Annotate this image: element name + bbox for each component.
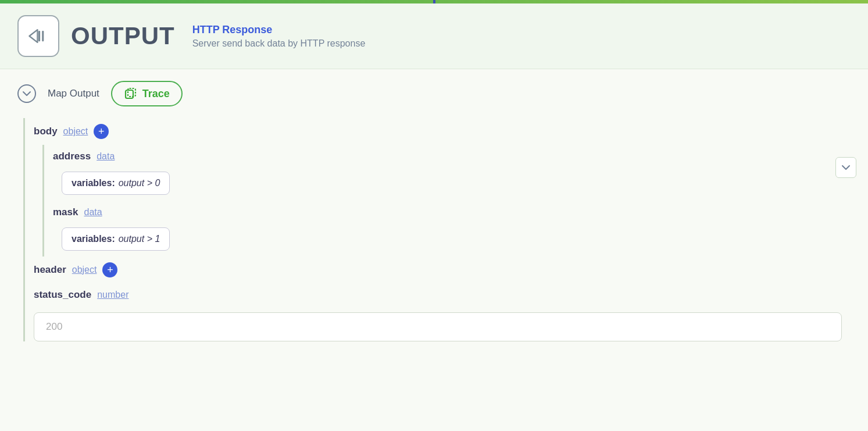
body-nested: address data variables: output > 0 mask …	[42, 145, 851, 257]
output-title: OUTPUT	[71, 22, 175, 50]
status-code-field-type[interactable]: number	[97, 290, 128, 300]
address-field-type[interactable]: data	[97, 151, 115, 162]
status-code-field-row: status_code number	[25, 283, 851, 307]
mask-variables-box: variables: output > 1	[62, 227, 170, 251]
mask-field-row: mask data	[44, 201, 851, 224]
back-icon	[27, 28, 49, 44]
header-field-row: header object +	[25, 257, 851, 283]
back-button[interactable]	[17, 15, 59, 57]
http-response-link[interactable]: HTTP Response	[192, 24, 366, 36]
body-field-name: body	[34, 126, 58, 137]
trace-button[interactable]: Trace	[111, 81, 183, 106]
header-field-type[interactable]: object	[72, 265, 97, 275]
address-variables-label: variables:	[72, 178, 115, 188]
top-progress-bar	[0, 0, 868, 3]
progress-indicator	[433, 0, 435, 3]
body-field-type[interactable]: object	[63, 126, 88, 137]
address-variables-value: output > 0	[119, 178, 160, 188]
header-subtitle: Server send back data by HTTP response	[192, 38, 366, 49]
svg-marker-0	[29, 30, 37, 42]
collapse-button[interactable]	[17, 84, 36, 103]
address-field-name: address	[53, 151, 91, 162]
content-area: Map Output Trace body object + address d…	[0, 69, 868, 359]
mask-variables-value: output > 1	[119, 234, 160, 244]
address-field-row: address data	[44, 145, 851, 168]
chevron-down-icon	[23, 91, 31, 97]
body-field-row: body object +	[25, 118, 851, 145]
schema-container: body object + address data variables: ou…	[23, 118, 851, 341]
status-code-value-box: 200	[34, 312, 842, 341]
mask-field-name: mask	[53, 206, 78, 218]
collapse-right-button[interactable]	[835, 157, 856, 178]
header-section: OUTPUT HTTP Response Server send back da…	[0, 3, 868, 69]
toolbar: Map Output Trace	[17, 81, 851, 106]
status-code-field-name: status_code	[34, 289, 91, 301]
chevron-down-icon-right	[841, 164, 851, 171]
header-field-name: header	[34, 264, 66, 276]
trace-label: Trace	[142, 88, 170, 100]
header-info: HTTP Response Server send back data by H…	[192, 24, 366, 49]
mask-field-type[interactable]: data	[84, 207, 102, 218]
status-code-value: 200	[46, 321, 62, 332]
mask-variables-label: variables:	[72, 234, 115, 244]
body-add-button[interactable]: +	[94, 124, 109, 139]
address-variables-box: variables: output > 0	[62, 172, 170, 195]
header-add-button[interactable]: +	[102, 262, 117, 277]
map-output-label: Map Output	[48, 88, 99, 99]
trace-copy-icon	[124, 87, 138, 101]
